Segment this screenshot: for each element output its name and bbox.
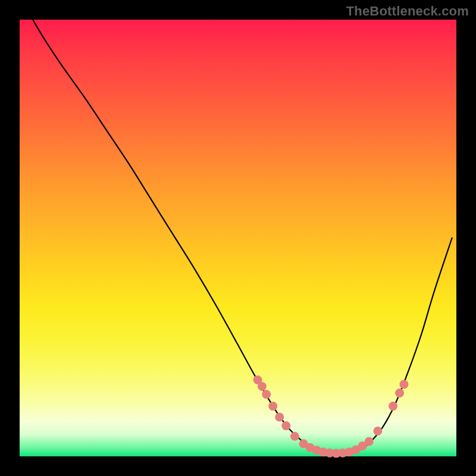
data-point <box>290 432 299 441</box>
bottleneck-curve <box>33 20 452 453</box>
data-point <box>275 412 284 421</box>
plot-area <box>20 20 456 456</box>
data-point <box>373 427 382 436</box>
data-point <box>268 402 277 411</box>
data-point <box>399 380 408 389</box>
data-points <box>253 375 409 458</box>
data-point <box>258 382 267 391</box>
data-point <box>395 389 404 397</box>
data-point <box>389 402 397 411</box>
chart-frame: TheBottleneck.com <box>0 0 476 476</box>
curve-svg <box>20 20 456 456</box>
data-point <box>365 437 374 446</box>
data-point <box>281 421 290 430</box>
watermark-text: TheBottleneck.com <box>346 4 469 19</box>
data-point <box>262 390 271 399</box>
